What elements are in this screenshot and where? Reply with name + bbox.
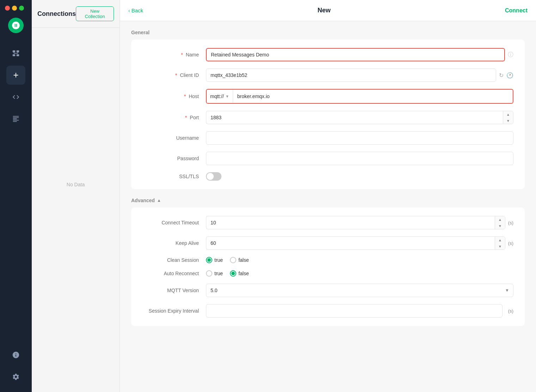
port-increment-button[interactable]: ▲ bbox=[503, 111, 513, 117]
session-expiry-wrapper: (s) bbox=[206, 304, 513, 318]
client-id-required: * bbox=[175, 72, 177, 78]
host-required: * bbox=[184, 94, 186, 99]
traffic-light-yellow[interactable] bbox=[12, 6, 17, 11]
sidebar-item-logs[interactable] bbox=[6, 109, 25, 128]
name-required: * bbox=[181, 52, 183, 58]
port-decrement-button[interactable]: ▼ bbox=[503, 117, 513, 124]
name-input[interactable] bbox=[206, 48, 505, 61]
info-icon bbox=[12, 351, 20, 359]
name-input-wrapper: ⓘ bbox=[206, 48, 513, 61]
auto-reconnect-true-label: true bbox=[214, 271, 223, 276]
svg-rect-3 bbox=[17, 54, 19, 56]
traffic-light-red[interactable] bbox=[5, 6, 10, 11]
keep-alive-decrement[interactable]: ▼ bbox=[495, 243, 505, 249]
name-info-icon[interactable]: ⓘ bbox=[508, 51, 513, 59]
clean-session-row: Clean Session true false bbox=[142, 257, 513, 263]
auto-reconnect-row: Auto Reconnect true false bbox=[142, 270, 513, 277]
connect-button[interactable]: Connect bbox=[505, 7, 528, 14]
keep-alive-unit: (s) bbox=[508, 241, 513, 246]
keep-alive-label: Keep Alive bbox=[142, 240, 199, 246]
traffic-lights bbox=[0, 6, 24, 11]
port-label: * Port bbox=[142, 115, 199, 120]
keep-alive-row: Keep Alive ▲ ▼ (s) bbox=[142, 236, 513, 250]
ssl-tls-toggle[interactable] bbox=[206, 172, 221, 181]
sidebar-item-settings[interactable] bbox=[6, 367, 25, 386]
client-id-refresh-icon[interactable]: ↻ bbox=[499, 72, 504, 79]
keep-alive-input[interactable] bbox=[206, 236, 495, 250]
mqtt-version-wrapper: 3.1 3.1.1 5.0 ▼ bbox=[206, 284, 513, 297]
connect-timeout-decrement[interactable]: ▼ bbox=[495, 223, 505, 229]
mqtt-version-row: MQTT Version 3.1 3.1.1 5.0 ▼ bbox=[142, 284, 513, 297]
connect-timeout-increment[interactable]: ▲ bbox=[495, 216, 505, 223]
svg-rect-2 bbox=[13, 54, 15, 56]
auto-reconnect-radio-group: true false bbox=[206, 270, 513, 277]
sidebar bbox=[0, 0, 32, 392]
username-label: Username bbox=[142, 135, 199, 141]
connect-timeout-row: Connect Timeout ▲ ▼ (s) bbox=[142, 216, 513, 229]
general-section-label: General bbox=[131, 30, 525, 35]
client-id-history-icon[interactable]: 🕐 bbox=[506, 72, 513, 79]
auto-reconnect-false-option[interactable]: false bbox=[230, 270, 249, 277]
connect-timeout-unit: (s) bbox=[508, 220, 513, 225]
main-content: ‹ Back New Connect General * Name ⓘ bbox=[120, 0, 536, 392]
sidebar-item-connections[interactable] bbox=[6, 44, 25, 63]
port-input[interactable] bbox=[206, 111, 503, 124]
back-chevron-icon: ‹ bbox=[128, 8, 130, 13]
host-input[interactable] bbox=[233, 90, 513, 103]
code-icon bbox=[12, 93, 20, 101]
sidebar-item-about[interactable] bbox=[6, 345, 25, 364]
connect-timeout-wrapper: ▲ ▼ (s) bbox=[206, 216, 513, 229]
connect-timeout-label: Connect Timeout bbox=[142, 220, 199, 225]
keep-alive-wrapper: ▲ ▼ (s) bbox=[206, 236, 513, 250]
traffic-light-green[interactable] bbox=[19, 6, 24, 11]
new-collection-button[interactable]: New Collection bbox=[76, 6, 114, 21]
connect-timeout-spinners: ▲ ▼ bbox=[495, 216, 505, 229]
auto-reconnect-false-label: false bbox=[238, 271, 249, 276]
host-wrapper: mqtt:// ▼ bbox=[206, 89, 513, 104]
port-row: * Port ▲ ▼ bbox=[142, 111, 513, 124]
svg-rect-0 bbox=[13, 50, 15, 53]
top-bar: ‹ Back New Connect bbox=[120, 0, 536, 21]
keep-alive-spinners: ▲ ▼ bbox=[495, 236, 505, 250]
client-id-input[interactable] bbox=[206, 68, 496, 82]
clean-session-true-option[interactable]: true bbox=[206, 257, 223, 263]
clean-session-radio-group: true false bbox=[206, 257, 513, 263]
clean-session-false-radio[interactable] bbox=[230, 257, 236, 263]
auto-reconnect-true-radio[interactable] bbox=[206, 270, 212, 277]
connections-header: Connections New Collection bbox=[32, 0, 120, 28]
ssl-tls-row: SSL/TLS bbox=[142, 172, 513, 181]
sidebar-item-scripting[interactable] bbox=[6, 88, 25, 107]
plus-icon bbox=[12, 71, 20, 79]
general-form-card: * Name ⓘ * Client ID ↻ 🕐 bbox=[131, 40, 525, 189]
session-expiry-input[interactable] bbox=[206, 304, 502, 318]
auto-reconnect-true-option[interactable]: true bbox=[206, 270, 223, 277]
svg-rect-1 bbox=[17, 50, 19, 53]
back-label: Back bbox=[132, 7, 143, 13]
host-label: * Host bbox=[142, 94, 199, 99]
client-id-row: * Client ID ↻ 🕐 bbox=[142, 68, 513, 82]
password-input[interactable] bbox=[206, 152, 513, 165]
clean-session-label: Clean Session bbox=[142, 257, 199, 263]
ssl-tls-label: SSL/TLS bbox=[142, 174, 199, 179]
clean-session-true-radio[interactable] bbox=[206, 257, 212, 263]
no-data-text: No Data bbox=[67, 182, 85, 187]
username-input[interactable] bbox=[206, 131, 513, 145]
mqtt-version-select[interactable]: 3.1 3.1.1 5.0 bbox=[206, 284, 513, 297]
sidebar-item-new[interactable] bbox=[6, 66, 25, 85]
name-row: * Name ⓘ bbox=[142, 48, 513, 61]
mqtt-version-label: MQTT Version bbox=[142, 288, 199, 293]
sidebar-nav bbox=[0, 44, 32, 345]
auto-reconnect-false-radio[interactable] bbox=[230, 270, 236, 277]
password-row: Password bbox=[142, 152, 513, 165]
session-expiry-row: Session Expiry Interval (s) bbox=[142, 304, 513, 318]
advanced-section-label[interactable]: Advanced ▲ bbox=[131, 198, 525, 203]
keep-alive-increment[interactable]: ▲ bbox=[495, 237, 505, 243]
connect-timeout-input[interactable] bbox=[206, 216, 495, 229]
client-id-wrapper: ↻ 🕐 bbox=[206, 68, 513, 82]
host-protocol-select[interactable]: mqtt:// ▼ bbox=[207, 90, 233, 103]
back-button[interactable]: ‹ Back bbox=[128, 7, 143, 13]
clean-session-true-label: true bbox=[214, 257, 223, 263]
advanced-arrow-icon: ▲ bbox=[157, 198, 161, 203]
clean-session-false-option[interactable]: false bbox=[230, 257, 249, 263]
advanced-form-card: Connect Timeout ▲ ▼ (s) Keep Alive bbox=[131, 207, 525, 326]
